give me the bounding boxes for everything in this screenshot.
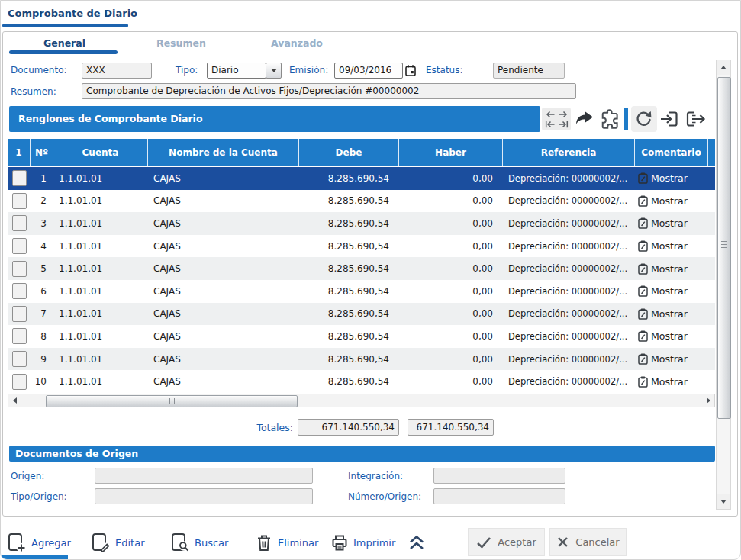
row-checkbox[interactable]: [12, 374, 27, 390]
numero-origen-field[interactable]: [433, 488, 565, 504]
emision-field[interactable]: 09/03/2016: [334, 63, 403, 79]
cell-comentario[interactable]: Mostrar: [635, 376, 708, 388]
cell-comentario[interactable]: Mostrar: [635, 285, 708, 297]
documento-field[interactable]: XXX: [82, 63, 152, 79]
row-select-cell[interactable]: [8, 351, 31, 367]
cell-comentario[interactable]: Mostrar: [635, 330, 708, 342]
row-checkbox[interactable]: [12, 283, 27, 299]
previous-icon[interactable]: [545, 111, 556, 118]
mostrar-link[interactable]: Mostrar: [651, 285, 688, 297]
row-select-cell[interactable]: [8, 283, 31, 299]
cell-comentario[interactable]: Mostrar: [635, 308, 708, 320]
toolbar-separator: [624, 108, 628, 130]
row-select-cell[interactable]: [8, 215, 31, 231]
mostrar-link[interactable]: Mostrar: [651, 172, 688, 184]
plugin-button[interactable]: [599, 109, 619, 129]
row-select-cell[interactable]: [8, 328, 31, 344]
cell-comentario[interactable]: Mostrar: [635, 172, 708, 184]
table-row[interactable]: 1 1.1.01.01 CAJAS 8.285.690,54 0,00 Depr…: [8, 167, 715, 190]
table-row[interactable]: 10 1.1.01.01 CAJAS 8.285.690,54 0,00 Dep…: [8, 370, 715, 393]
header-cuenta[interactable]: Cuenta: [53, 139, 148, 166]
last-icon[interactable]: [558, 121, 569, 128]
mostrar-link[interactable]: Mostrar: [651, 217, 688, 229]
header-comentario[interactable]: Comentario: [635, 139, 708, 166]
table-row[interactable]: 6 1.1.01.01 CAJAS 8.285.690,54 0,00 Depr…: [8, 280, 715, 303]
table-row[interactable]: 7 1.1.01.01 CAJAS 8.285.690,54 0,00 Depr…: [8, 303, 715, 326]
cell-comentario[interactable]: Mostrar: [635, 217, 708, 229]
resumen-field[interactable]: Comprobante de Depreciación de Activos F…: [82, 83, 576, 99]
forward-button[interactable]: [575, 111, 594, 126]
refresh-button[interactable]: [631, 106, 657, 132]
first-icon[interactable]: [545, 121, 556, 128]
calendar-button[interactable]: [403, 63, 418, 79]
header-debe[interactable]: Debe: [299, 139, 399, 166]
mostrar-link[interactable]: Mostrar: [651, 353, 688, 365]
table-row[interactable]: 5 1.1.01.01 CAJAS 8.285.690,54 0,00 Depr…: [8, 257, 715, 280]
vertical-scrollbar-thumb[interactable]: [717, 77, 731, 419]
row-checkbox[interactable]: [12, 261, 27, 277]
mostrar-link[interactable]: Mostrar: [651, 376, 688, 388]
row-checkbox[interactable]: [12, 170, 27, 186]
scroll-left-button[interactable]: [8, 394, 21, 407]
row-checkbox[interactable]: [12, 328, 27, 344]
cell-comentario[interactable]: Mostrar: [635, 240, 708, 252]
next-icon[interactable]: [558, 111, 569, 118]
row-checkbox[interactable]: [12, 306, 27, 322]
tipo-dropdown-button[interactable]: [266, 63, 282, 79]
mostrar-link[interactable]: Mostrar: [651, 263, 688, 275]
tipo-select[interactable]: Diario: [207, 63, 266, 79]
vertical-scrollbar[interactable]: [716, 60, 731, 510]
imprimir-button[interactable]: Imprimir: [330, 532, 395, 553]
mostrar-link[interactable]: Mostrar: [651, 240, 688, 252]
agregar-button[interactable]: Agregar: [7, 532, 71, 553]
cell-cuenta: 1.1.01.01: [53, 241, 148, 252]
cell-comentario[interactable]: Mostrar: [635, 353, 708, 365]
row-select-cell[interactable]: [8, 170, 31, 186]
table-row[interactable]: 9 1.1.01.01 CAJAS 8.285.690,54 0,00 Depr…: [8, 348, 715, 371]
header-nombre[interactable]: Nombre de la Cuenta: [148, 139, 299, 166]
origen-field[interactable]: [95, 468, 313, 484]
import-button[interactable]: [659, 110, 679, 128]
row-checkbox[interactable]: [12, 351, 27, 367]
table-row[interactable]: 3 1.1.01.01 CAJAS 8.285.690,54 0,00 Depr…: [8, 212, 715, 235]
editar-button[interactable]: Editar: [91, 532, 145, 553]
collapse-toolbar-button[interactable]: [408, 532, 426, 553]
mostrar-link[interactable]: Mostrar: [651, 195, 688, 207]
nav-arrows-group[interactable]: [542, 108, 571, 130]
cell-comentario[interactable]: Mostrar: [635, 195, 708, 207]
cancelar-button[interactable]: Cancelar: [549, 528, 627, 556]
header-select[interactable]: 1: [8, 139, 31, 166]
tab-avanzado[interactable]: Avanzado: [271, 37, 323, 49]
row-select-cell[interactable]: [8, 238, 31, 254]
integracion-field[interactable]: [433, 468, 565, 484]
header-referencia[interactable]: Referencia: [503, 139, 635, 166]
header-numero[interactable]: Nº: [31, 139, 53, 166]
scroll-right-button[interactable]: [702, 394, 714, 407]
eliminar-button[interactable]: Eliminar: [255, 532, 318, 553]
tab-general[interactable]: General: [43, 37, 85, 49]
export-button[interactable]: [685, 110, 707, 128]
imprimir-label: Imprimir: [353, 537, 395, 549]
scroll-up-button[interactable]: [717, 60, 730, 75]
horizontal-scrollbar-thumb[interactable]: [46, 395, 298, 407]
tab-resumen[interactable]: Resumen: [156, 37, 206, 49]
header-haber[interactable]: Haber: [399, 139, 503, 166]
mostrar-link[interactable]: Mostrar: [651, 308, 688, 320]
row-checkbox[interactable]: [12, 215, 27, 231]
cell-comentario[interactable]: Mostrar: [635, 263, 708, 275]
aceptar-button[interactable]: Aceptar: [468, 528, 545, 556]
tipo-origen-field[interactable]: [95, 488, 313, 504]
row-checkbox[interactable]: [12, 238, 27, 254]
mostrar-link[interactable]: Mostrar: [651, 330, 688, 342]
scroll-down-button[interactable]: [717, 494, 730, 509]
horizontal-scrollbar[interactable]: [8, 394, 715, 407]
table-row[interactable]: 2 1.1.01.01 CAJAS 8.285.690,54 0,00 Depr…: [8, 190, 715, 213]
row-checkbox[interactable]: [12, 193, 27, 209]
row-select-cell[interactable]: [8, 261, 31, 277]
row-select-cell[interactable]: [8, 374, 31, 390]
row-select-cell[interactable]: [8, 193, 31, 209]
table-row[interactable]: 4 1.1.01.01 CAJAS 8.285.690,54 0,00 Depr…: [8, 235, 715, 258]
table-row[interactable]: 8 1.1.01.01 CAJAS 8.285.690,54 0,00 Depr…: [8, 325, 715, 348]
buscar-button[interactable]: Buscar: [170, 532, 228, 553]
row-select-cell[interactable]: [8, 306, 31, 322]
